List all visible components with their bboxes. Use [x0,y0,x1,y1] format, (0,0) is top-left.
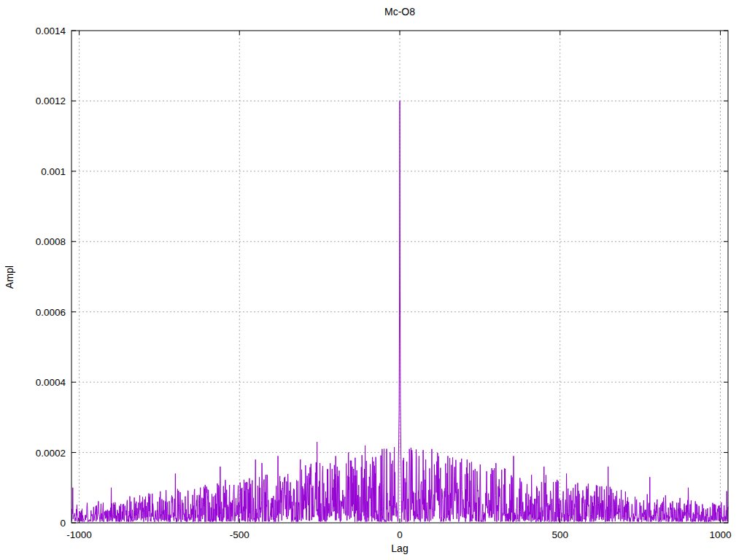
y-tick-label: 0.0002 [36,448,66,459]
correlation-chart-page: Mc-O8 Ampl -1000-5000500100000.00020.000… [0,0,747,560]
y-tick-label: 0.001 [41,166,66,177]
y-tick-label: 0 [60,518,66,529]
x-tick-label: 1000 [709,529,731,540]
x-tick-label: -500 [230,529,249,540]
y-tick-label: 0.0004 [36,377,66,388]
y-tick-label: 0.0012 [36,96,66,106]
x-axis-label: Lag [71,542,728,554]
x-tick-label: -1000 [66,529,92,540]
x-tick-label: 500 [551,529,568,540]
y-tick-label: 0.0008 [36,236,66,247]
x-tick-label: 0 [397,529,403,540]
plot-area: -1000-5000500100000.00020.00040.00060.00… [0,0,747,560]
y-tick-label: 0.0014 [36,26,66,36]
y-tick-label: 0.0006 [36,307,66,318]
